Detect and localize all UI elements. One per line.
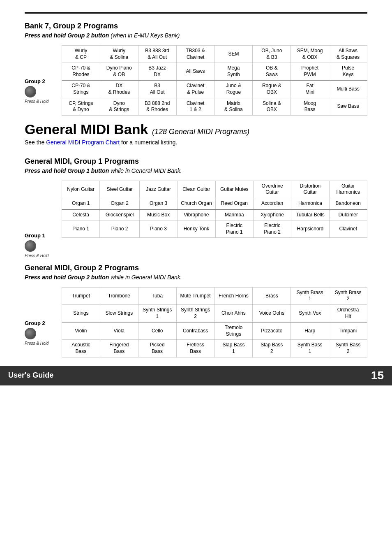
see-line: See the General MIDI Program Chart for a… xyxy=(25,139,367,146)
table-cell: Prophet PWM xyxy=(291,63,329,81)
table-cell: Rogue & OBX xyxy=(253,80,291,98)
table-cell: Mute Trumpet xyxy=(176,287,214,304)
table-cell: Accordian xyxy=(253,198,291,209)
bank7-title: Bank 7, Group 2 Programs xyxy=(25,22,367,30)
table-cell: Synth Strings 2 xyxy=(176,304,214,322)
group2-knob[interactable] xyxy=(25,328,36,339)
table-cell: B3 Jazz DX xyxy=(138,63,176,81)
group2-group-label: Group 2 xyxy=(25,320,45,326)
table-cell: Vibraphone xyxy=(178,209,215,220)
bank7-section: Bank 7, Group 2 Programs Press and hold … xyxy=(25,22,367,116)
table-cell: Jazz Guitar xyxy=(139,181,177,198)
table-cell: Trumpet xyxy=(62,287,100,304)
table-cell: Solina & OBX xyxy=(253,98,291,115)
table-cell: All Saws xyxy=(176,63,214,81)
table-cell: CP-70 & Rhodes xyxy=(62,63,100,81)
table-cell: Harpsichord xyxy=(291,220,329,238)
table-cell: Slap Bass 2 xyxy=(253,340,291,357)
group2-section: General MIDI, Group 2 Programs Press and… xyxy=(25,264,367,357)
table-cell: DX & Rhodes xyxy=(100,80,138,98)
general-midi-section: General MIDI Bank (128 General MIDI Prog… xyxy=(25,121,367,146)
table-cell: Acoustic Bass xyxy=(62,340,100,357)
table-cell: TB303 & Clavinet xyxy=(176,46,214,63)
table-cell: Music Box xyxy=(139,209,177,220)
group1-subtitle-normal: while in General MIDI Bank. xyxy=(111,167,182,174)
table-cell: Synth Brass 1 xyxy=(291,287,329,304)
table-cell: Wurly & Solina xyxy=(100,46,138,63)
table-cell: Strings xyxy=(62,304,100,322)
table-cell: Moog Bass xyxy=(291,98,329,115)
table-cell: Overdrive Guitar xyxy=(253,181,291,198)
table-cell: B3 All Out xyxy=(138,80,176,98)
table-cell: Tremolo Strings xyxy=(214,322,253,340)
table-cell: SEM xyxy=(214,46,253,63)
bank7-knob[interactable] xyxy=(25,86,36,97)
group2-press-hold: Press & Hold xyxy=(25,341,48,346)
table-cell: Contrabass xyxy=(176,322,214,340)
table-cell: Multi Bass xyxy=(329,80,367,98)
table-cell: SEM, Moog & OBX xyxy=(291,46,329,63)
table-cell: Trombone xyxy=(100,287,138,304)
group2-subtitle-normal: while in General MIDI Bank. xyxy=(111,274,182,281)
table-cell: Mega Synth xyxy=(214,63,253,81)
table-cell: Dyno & Strings xyxy=(100,98,138,115)
table-cell: Nylon Guitar xyxy=(62,181,100,198)
table-cell: Juno & Rogue xyxy=(214,80,253,98)
table-cell: Synth Bass 1 xyxy=(291,340,329,357)
group2-table: TrumpetTromboneTubaMute TrumpetFrench Ho… xyxy=(62,287,367,357)
table-cell: Brass xyxy=(253,287,291,304)
table-cell: B3 888 2nd & Rhodes xyxy=(138,98,176,115)
table-cell: Dulcimer xyxy=(329,209,367,220)
bank7-subtitle-normal: (when in E-MU Keys Bank) xyxy=(111,32,180,39)
group1-knob-row xyxy=(25,240,39,252)
footer-title: User's Guide xyxy=(8,371,53,380)
table-cell: Guitar Mutes xyxy=(215,181,253,198)
bank7-group-label: Group 2 xyxy=(25,78,45,84)
table-cell: Cello xyxy=(138,322,176,340)
group2-grid-left: Group 2 Press & Hold xyxy=(25,287,62,346)
footer: User's Guide 15 xyxy=(0,366,392,385)
bank7-subtitle: Press and hold Group 2 button (when in E… xyxy=(25,32,367,39)
table-cell: Synth Vox xyxy=(291,304,329,322)
table-cell: Orchestra Hit xyxy=(329,304,367,322)
bank7-grid-left: Group 2 Press & Hold xyxy=(25,45,62,104)
table-cell: Marimba xyxy=(215,209,253,220)
group2-knob-row xyxy=(25,328,39,339)
table-cell: Electric Piano 2 xyxy=(253,220,291,238)
table-cell: Clean Guitar xyxy=(178,181,215,198)
table-cell: Fat Mini xyxy=(291,80,329,98)
general-midi-chart-link[interactable]: General MIDI Program Chart xyxy=(46,139,120,146)
group2-subtitle: Press and hold Group 2 button while in G… xyxy=(25,274,367,281)
table-cell: Harmonica xyxy=(291,198,329,209)
table-cell: OB & Saws xyxy=(253,63,291,81)
bank7-subtitle-bold: Press and hold Group 2 button xyxy=(25,32,109,39)
table-cell: Pizzacato xyxy=(253,322,291,340)
table-cell: Xylophone xyxy=(253,209,291,220)
table-cell: Tuba xyxy=(138,287,176,304)
group1-knob[interactable] xyxy=(25,240,36,252)
group1-section: General MIDI, Group 1 Programs Press and… xyxy=(25,157,367,258)
table-cell: Choir Ahhs xyxy=(214,304,253,322)
table-cell: OB, Juno & B3 xyxy=(253,46,291,63)
group2-subtitle-bold: Press and hold Group 2 button xyxy=(25,274,109,281)
table-cell: Organ 3 xyxy=(139,198,177,209)
table-cell: Tubular Bells xyxy=(291,209,329,220)
group2-title: General MIDI, Group 2 Programs xyxy=(25,264,367,272)
bank7-table: Wurly & CPWurly & SolinaB3 888 3rd & All… xyxy=(62,45,367,116)
bank7-grid-wrapper: Group 2 Press & Hold Wurly & CPWurly & S… xyxy=(25,45,367,116)
table-cell: Synth Brass 2 xyxy=(329,287,367,304)
group2-grid-wrapper: Group 2 Press & Hold TrumpetTromboneTuba… xyxy=(25,287,367,357)
group1-subtitle: Press and hold Group 1 button while in G… xyxy=(25,167,367,174)
table-cell: Piano 1 xyxy=(62,220,100,238)
table-cell: Electric Piano 1 xyxy=(215,220,253,238)
general-midi-title: General MIDI Bank (128 General MIDI Prog… xyxy=(25,121,367,137)
group1-subtitle-bold: Press and hold Group 1 button xyxy=(25,167,109,174)
table-cell: French Horns xyxy=(214,287,253,304)
table-cell: CP-70 & Strings xyxy=(62,80,100,98)
table-cell: Synth Bass 2 xyxy=(329,340,367,357)
table-cell: Clavinet & Pulse xyxy=(176,80,214,98)
bank7-knob-row xyxy=(25,86,39,97)
group1-group-label: Group 1 xyxy=(25,232,45,239)
table-cell: B3 888 3rd & All Out xyxy=(138,46,176,63)
table-cell: Distortion Guitar xyxy=(291,181,329,198)
